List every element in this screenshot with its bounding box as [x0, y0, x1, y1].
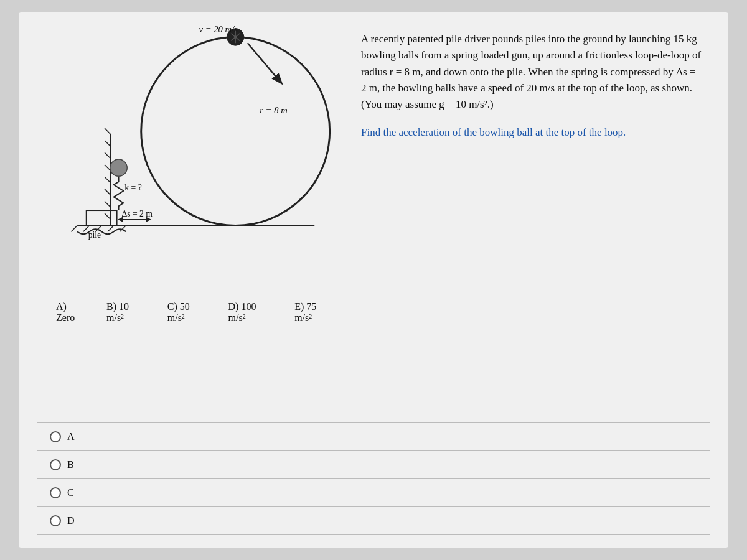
svg-line-4: [108, 226, 114, 232]
compression-label: Δs = 2 m: [121, 209, 153, 218]
diagram-area: v = 20 m/s r = 8 m: [37, 25, 336, 420]
svg-line-19: [105, 201, 111, 207]
physics-diagram: v = 20 m/s r = 8 m: [37, 25, 336, 292]
svg-line-17: [105, 177, 111, 183]
radio-row-d[interactable]: D: [37, 507, 710, 535]
svg-point-6: [141, 37, 330, 226]
svg-line-13: [105, 128, 111, 134]
svg-line-1: [71, 226, 77, 232]
radio-label-a: A: [67, 431, 75, 442]
spring-label: k = ?: [125, 183, 141, 192]
top-section: v = 20 m/s r = 8 m: [37, 25, 710, 420]
radio-b[interactable]: [50, 459, 61, 470]
svg-line-11: [248, 43, 281, 83]
radio-c[interactable]: [50, 487, 61, 498]
answer-c: C) 50 m/s²: [167, 301, 210, 324]
svg-line-14: [105, 141, 111, 147]
radio-row-b[interactable]: B: [37, 451, 710, 479]
answer-a: A) Zero: [56, 301, 88, 324]
answer-d: D) 100 m/s²: [228, 301, 276, 324]
svg-point-21: [110, 159, 127, 176]
svg-line-20: [105, 213, 111, 220]
radio-label-d: D: [67, 515, 75, 526]
find-text: Find the acceleration of the bowling bal…: [361, 124, 703, 141]
radio-a[interactable]: [50, 431, 61, 442]
svg-line-15: [105, 152, 111, 159]
card: v = 20 m/s r = 8 m: [19, 12, 728, 548]
radio-section: A B C D: [37, 422, 710, 535]
radius-label: r = 8 m: [260, 105, 287, 115]
radio-label-c: C: [67, 487, 74, 498]
answers-row: A) Zero B) 10 m/s² C) 50 m/s² D) 100 m/s…: [37, 295, 336, 330]
problem-description: A recently patented pile driver pounds p…: [361, 31, 703, 113]
radio-row-a[interactable]: A: [37, 422, 710, 451]
answer-e: E) 75 m/s²: [294, 301, 336, 324]
velocity-label: v = 20 m/s: [199, 25, 238, 34]
radio-row-c[interactable]: C: [37, 479, 710, 507]
svg-line-18: [105, 189, 111, 195]
text-area: A recently patented pile driver pounds p…: [349, 25, 710, 420]
radio-d[interactable]: [50, 515, 61, 526]
answer-b: B) 10 m/s²: [106, 301, 149, 324]
svg-rect-22: [87, 210, 117, 225]
radio-label-b: B: [67, 459, 74, 470]
